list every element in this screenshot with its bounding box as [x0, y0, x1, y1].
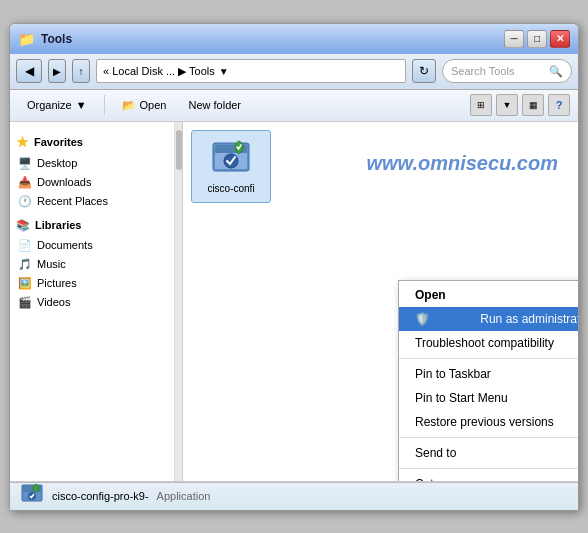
organize-label: Organize — [27, 99, 72, 111]
help-icon: ? — [556, 99, 563, 111]
context-menu: Open 🛡️ Run as administrator Troubleshoo… — [398, 280, 578, 481]
explorer-window: 📁 Tools ─ □ ✕ ◀ ▶ ↑ « Local Disk ... ▶ T… — [9, 23, 579, 511]
help-button[interactable]: ? — [548, 94, 570, 116]
open-icon: 📂 — [122, 99, 136, 112]
documents-label: Documents — [37, 239, 93, 251]
videos-icon: 🎬 — [18, 296, 32, 309]
downloads-icon: 📥 — [18, 176, 32, 189]
back-button[interactable]: ◀ — [16, 59, 42, 83]
scrollbar-thumb[interactable] — [176, 130, 182, 170]
ctx-pin-start[interactable]: Pin to Start Menu — [399, 386, 578, 410]
favorites-header[interactable]: ★ Favorites — [10, 130, 174, 154]
status-file-name: cisco-config-pro-k9- — [52, 490, 149, 502]
ctx-pin-taskbar-label: Pin to Taskbar — [415, 367, 491, 381]
new-folder-button[interactable]: New folder — [179, 93, 250, 117]
ctx-sep-1 — [399, 358, 578, 359]
open-label: Open — [140, 99, 167, 111]
sidebar-item-music[interactable]: 🎵 Music — [10, 255, 174, 274]
views-dropdown[interactable]: ▼ — [496, 94, 518, 116]
title-bar-controls: ─ □ ✕ — [504, 30, 570, 48]
organize-arrow: ▼ — [76, 99, 87, 111]
ctx-cut-label: Cut — [415, 477, 434, 481]
desktop-icon: 🖥️ — [18, 157, 32, 170]
file-icon-cisco — [211, 139, 251, 179]
path-dropdown[interactable]: ▼ — [219, 66, 229, 77]
sidebar-item-desktop[interactable]: 🖥️ Desktop — [10, 154, 174, 173]
open-button[interactable]: 📂 Open — [113, 93, 176, 117]
sidebar-item-pictures[interactable]: 🖼️ Pictures — [10, 274, 174, 293]
downloads-label: Downloads — [37, 176, 91, 188]
views-button[interactable]: ⊞ — [470, 94, 492, 116]
ctx-send-to-label: Send to — [415, 446, 456, 460]
ctx-cut[interactable]: Cut — [399, 472, 578, 481]
sidebar-item-documents[interactable]: 📄 Documents — [10, 236, 174, 255]
ctx-run-admin[interactable]: 🛡️ Run as administrator — [399, 307, 578, 331]
desktop-label: Desktop — [37, 157, 77, 169]
address-bar: ◀ ▶ ↑ « Local Disk ... ▶ Tools ▼ ↻ Searc… — [10, 54, 578, 90]
ctx-troubleshoot-label: Troubleshoot compatibility — [415, 336, 554, 350]
status-file-icon — [20, 483, 44, 509]
ctx-restore-label: Restore previous versions — [415, 415, 554, 429]
pictures-label: Pictures — [37, 277, 77, 289]
forward-button[interactable]: ▶ — [48, 59, 66, 83]
sidebar-scrollbar[interactable] — [175, 122, 183, 481]
window-icon: 📁 — [18, 31, 35, 47]
libraries-header[interactable]: 📚 Libraries — [10, 215, 174, 236]
ctx-sep-2 — [399, 437, 578, 438]
main-content: ★ Favorites 🖥️ Desktop 📥 Downloads 🕐 Rec… — [10, 122, 578, 482]
ctx-open-label: Open — [415, 288, 446, 302]
title-bar-left: 📁 Tools — [18, 31, 72, 47]
libraries-icon: 📚 — [16, 219, 30, 232]
sidebar-item-videos[interactable]: 🎬 Videos — [10, 293, 174, 312]
recent-places-label: Recent Places — [37, 195, 108, 207]
pictures-icon: 🖼️ — [18, 277, 32, 290]
videos-label: Videos — [37, 296, 70, 308]
search-box[interactable]: Search Tools 🔍 — [442, 59, 572, 83]
sidebar: ★ Favorites 🖥️ Desktop 📥 Downloads 🕐 Rec… — [10, 122, 175, 481]
toolbar-right: ⊞ ▼ ▦ ? — [470, 94, 570, 116]
title-bar: 📁 Tools ─ □ ✕ — [10, 24, 578, 54]
ctx-pin-taskbar[interactable]: Pin to Taskbar — [399, 362, 578, 386]
refresh-button[interactable]: ↻ — [412, 59, 436, 83]
status-bar: cisco-config-pro-k9- Application — [10, 482, 578, 510]
libraries-label: Libraries — [35, 219, 81, 231]
search-placeholder: Search Tools — [451, 65, 514, 77]
sidebar-container: ★ Favorites 🖥️ Desktop 📥 Downloads 🕐 Rec… — [10, 122, 183, 481]
file-item-cisco[interactable]: cisco-confi — [191, 130, 271, 203]
search-icon: 🔍 — [549, 65, 563, 78]
ctx-run-admin-label: Run as administrator — [480, 312, 578, 326]
favorites-section: ★ Favorites 🖥️ Desktop 📥 Downloads 🕐 Rec… — [10, 128, 174, 213]
status-file-type: Application — [157, 490, 211, 502]
ctx-shield-icon: 🛡️ — [415, 312, 430, 326]
path-text: « Local Disk ... ▶ Tools — [103, 65, 215, 78]
ctx-restore[interactable]: Restore previous versions — [399, 410, 578, 434]
preview-button[interactable]: ▦ — [522, 94, 544, 116]
star-icon: ★ — [16, 134, 29, 150]
maximize-button[interactable]: □ — [527, 30, 547, 48]
favorites-label: Favorites — [34, 136, 83, 148]
up-button[interactable]: ↑ — [72, 59, 90, 83]
ctx-troubleshoot[interactable]: Troubleshoot compatibility — [399, 331, 578, 355]
address-path[interactable]: « Local Disk ... ▶ Tools ▼ — [96, 59, 406, 83]
music-icon: 🎵 — [18, 258, 32, 271]
ctx-sep-3 — [399, 468, 578, 469]
sidebar-item-downloads[interactable]: 📥 Downloads — [10, 173, 174, 192]
close-button[interactable]: ✕ — [550, 30, 570, 48]
music-label: Music — [37, 258, 66, 270]
ctx-pin-start-label: Pin to Start Menu — [415, 391, 508, 405]
recent-icon: 🕐 — [18, 195, 32, 208]
organize-button[interactable]: Organize ▼ — [18, 93, 96, 117]
file-name: cisco-confi — [207, 183, 254, 194]
ctx-open[interactable]: Open — [399, 283, 578, 307]
toolbar: Organize ▼ 📂 Open New folder ⊞ ▼ ▦ ? — [10, 90, 578, 122]
toolbar-separator-1 — [104, 95, 105, 115]
libraries-section: 📚 Libraries 📄 Documents 🎵 Music 🖼️ Pictu… — [10, 213, 174, 314]
sidebar-item-recent-places[interactable]: 🕐 Recent Places — [10, 192, 174, 211]
ctx-send-to[interactable]: Send to ▶ — [399, 441, 578, 465]
title-bar-title: Tools — [41, 32, 72, 46]
documents-icon: 📄 — [18, 239, 32, 252]
refresh-icon: ↻ — [419, 64, 429, 78]
new-folder-label: New folder — [188, 99, 241, 111]
watermark: www.omnisecu.com — [366, 152, 558, 175]
minimize-button[interactable]: ─ — [504, 30, 524, 48]
